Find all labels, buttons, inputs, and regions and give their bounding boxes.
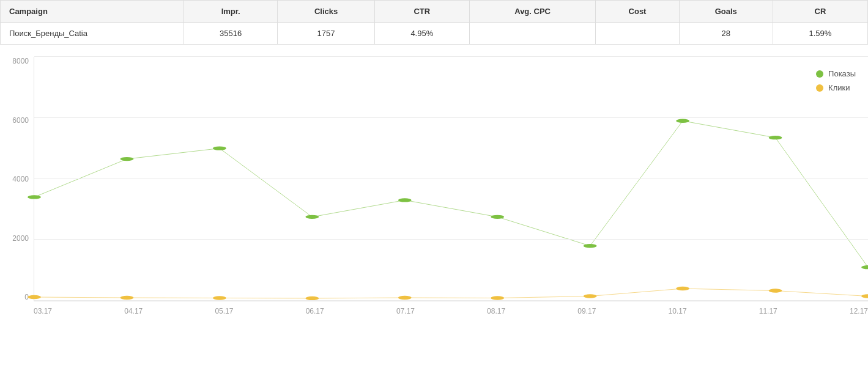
- x-axis-label: 08.17: [487, 307, 505, 315]
- y-axis-label: 4000: [12, 175, 29, 183]
- grid-line: [34, 117, 868, 118]
- legend-item: Клики: [816, 83, 856, 92]
- yellow-dot: [121, 296, 134, 300]
- legend-label: Клики: [828, 83, 850, 92]
- x-axis-label: 04.17: [124, 307, 143, 315]
- chart-plot: [34, 57, 868, 301]
- table-header-cell: Cost: [596, 1, 679, 23]
- legend-label: Показы: [828, 69, 856, 78]
- grid-line: [34, 178, 868, 179]
- yellow-dot: [398, 296, 412, 300]
- x-axis-label: 03.17: [34, 307, 52, 315]
- yellow-dot: [584, 294, 597, 298]
- x-axis-label: 06.17: [306, 307, 324, 315]
- green-dot: [305, 215, 319, 219]
- table-header-cell: Impr.: [184, 1, 278, 23]
- table-cell: 35516: [184, 23, 278, 45]
- yellow-dot: [28, 295, 41, 299]
- table-body: Поиск_Бренды_Catia3551617574.95%281.59%: [1, 23, 868, 45]
- y-axis-label: 6000: [12, 116, 29, 125]
- table-cell: [596, 23, 679, 45]
- table-header-cell: Goals: [679, 1, 773, 23]
- green-dot: [398, 198, 412, 202]
- green-line: [34, 121, 868, 267]
- y-axis: 02000400060008000: [0, 57, 34, 301]
- chart-area: 02000400060008000 03.1704.1705.1706.1707…: [0, 57, 868, 320]
- legend-dot: [816, 84, 823, 92]
- legend-dot: [816, 70, 823, 78]
- table-cell: 28: [679, 23, 773, 45]
- grid-line: [34, 300, 868, 301]
- green-dot: [213, 146, 226, 150]
- table-header-cell: CR: [773, 1, 867, 23]
- table-cell: 4.95%: [374, 23, 469, 45]
- table-header-cell: Campaign: [1, 1, 184, 23]
- table-header-cell: CTR: [374, 1, 469, 23]
- green-dot: [861, 265, 868, 269]
- x-axis-label: 07.17: [396, 307, 415, 315]
- table-header: CampaignImpr.ClicksCTRAvg. CPCCostGoalsC…: [1, 1, 868, 23]
- table-cell: 1.59%: [773, 23, 867, 45]
- green-dot: [584, 244, 597, 248]
- x-axis-label: 12.17: [850, 307, 868, 315]
- table-header-cell: Avg. CPC: [469, 1, 596, 23]
- table-cell: Поиск_Бренды_Catia: [1, 23, 184, 45]
- yellow-dot: [769, 289, 782, 292]
- table-header-cell: Clicks: [278, 1, 374, 23]
- x-axis-label: 10.17: [669, 307, 687, 315]
- x-axis-label: 11.17: [759, 307, 777, 315]
- grid-line: [34, 56, 868, 57]
- legend-item: Показы: [816, 69, 856, 78]
- y-axis-label: 8000: [12, 57, 29, 65]
- table-cell: 1757: [278, 23, 374, 45]
- x-axis-label: 05.17: [215, 307, 233, 315]
- yellow-dot: [213, 296, 226, 300]
- x-axis-label: 09.17: [577, 307, 596, 315]
- green-dot: [769, 136, 782, 139]
- yellow-dot: [861, 294, 868, 298]
- grid-line: [34, 239, 868, 240]
- yellow-dot: [491, 296, 504, 300]
- x-axis: 03.1704.1705.1706.1707.1708.1709.1710.17…: [34, 303, 868, 320]
- yellow-dot: [676, 287, 689, 290]
- table-row: Поиск_Бренды_Catia3551617574.95%281.59%: [1, 23, 868, 45]
- y-axis-label: 2000: [12, 234, 29, 243]
- green-dot: [676, 119, 689, 123]
- table-cell: [469, 23, 596, 45]
- yellow-line: [34, 289, 868, 298]
- green-dot: [28, 195, 41, 199]
- campaign-table: CampaignImpr.ClicksCTRAvg. CPCCostGoalsC…: [0, 0, 868, 45]
- chart-legend: ПоказыКлики: [816, 69, 856, 92]
- green-dot: [121, 157, 134, 161]
- chart-svg: [34, 57, 868, 301]
- green-dot: [491, 215, 504, 219]
